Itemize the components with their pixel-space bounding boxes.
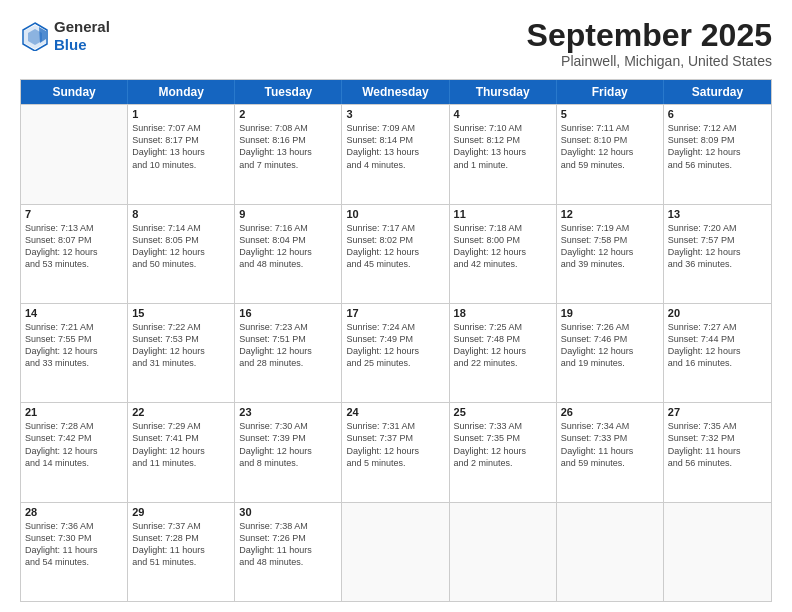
day-info: Sunrise: 7:18 AM Sunset: 8:00 PM Dayligh… <box>454 222 552 271</box>
day-number: 20 <box>668 307 767 319</box>
day-info: Sunrise: 7:13 AM Sunset: 8:07 PM Dayligh… <box>25 222 123 271</box>
day-info: Sunrise: 7:33 AM Sunset: 7:35 PM Dayligh… <box>454 420 552 469</box>
day-number: 19 <box>561 307 659 319</box>
day-info: Sunrise: 7:08 AM Sunset: 8:16 PM Dayligh… <box>239 122 337 171</box>
logo: General Blue <box>20 18 110 54</box>
calendar-body: 1Sunrise: 7:07 AM Sunset: 8:17 PM Daylig… <box>21 104 771 601</box>
day-number: 4 <box>454 108 552 120</box>
day-info: Sunrise: 7:24 AM Sunset: 7:49 PM Dayligh… <box>346 321 444 370</box>
weekday-header-saturday: Saturday <box>664 80 771 104</box>
day-number: 30 <box>239 506 337 518</box>
day-info: Sunrise: 7:26 AM Sunset: 7:46 PM Dayligh… <box>561 321 659 370</box>
day-number: 6 <box>668 108 767 120</box>
weekday-header-tuesday: Tuesday <box>235 80 342 104</box>
day-cell-29: 29Sunrise: 7:37 AM Sunset: 7:28 PM Dayli… <box>128 503 235 601</box>
day-cell-5: 5Sunrise: 7:11 AM Sunset: 8:10 PM Daylig… <box>557 105 664 203</box>
day-cell-10: 10Sunrise: 7:17 AM Sunset: 8:02 PM Dayli… <box>342 205 449 303</box>
day-number: 1 <box>132 108 230 120</box>
logo-text: General Blue <box>54 18 110 54</box>
weekday-header-wednesday: Wednesday <box>342 80 449 104</box>
day-number: 28 <box>25 506 123 518</box>
weekday-header-sunday: Sunday <box>21 80 128 104</box>
page: General Blue September 2025 Plainwell, M… <box>0 0 792 612</box>
day-cell-8: 8Sunrise: 7:14 AM Sunset: 8:05 PM Daylig… <box>128 205 235 303</box>
day-cell-9: 9Sunrise: 7:16 AM Sunset: 8:04 PM Daylig… <box>235 205 342 303</box>
day-cell-28: 28Sunrise: 7:36 AM Sunset: 7:30 PM Dayli… <box>21 503 128 601</box>
day-cell-empty <box>664 503 771 601</box>
logo-general: General <box>54 18 110 36</box>
day-cell-17: 17Sunrise: 7:24 AM Sunset: 7:49 PM Dayli… <box>342 304 449 402</box>
day-cell-23: 23Sunrise: 7:30 AM Sunset: 7:39 PM Dayli… <box>235 403 342 501</box>
day-info: Sunrise: 7:07 AM Sunset: 8:17 PM Dayligh… <box>132 122 230 171</box>
day-info: Sunrise: 7:37 AM Sunset: 7:28 PM Dayligh… <box>132 520 230 569</box>
week-row-1: 1Sunrise: 7:07 AM Sunset: 8:17 PM Daylig… <box>21 104 771 203</box>
day-cell-27: 27Sunrise: 7:35 AM Sunset: 7:32 PM Dayli… <box>664 403 771 501</box>
day-info: Sunrise: 7:09 AM Sunset: 8:14 PM Dayligh… <box>346 122 444 171</box>
day-cell-30: 30Sunrise: 7:38 AM Sunset: 7:26 PM Dayli… <box>235 503 342 601</box>
day-number: 8 <box>132 208 230 220</box>
day-number: 14 <box>25 307 123 319</box>
day-info: Sunrise: 7:30 AM Sunset: 7:39 PM Dayligh… <box>239 420 337 469</box>
day-number: 22 <box>132 406 230 418</box>
location: Plainwell, Michigan, United States <box>527 53 772 69</box>
day-number: 5 <box>561 108 659 120</box>
day-number: 27 <box>668 406 767 418</box>
day-number: 11 <box>454 208 552 220</box>
day-cell-7: 7Sunrise: 7:13 AM Sunset: 8:07 PM Daylig… <box>21 205 128 303</box>
day-info: Sunrise: 7:19 AM Sunset: 7:58 PM Dayligh… <box>561 222 659 271</box>
day-info: Sunrise: 7:31 AM Sunset: 7:37 PM Dayligh… <box>346 420 444 469</box>
week-row-4: 21Sunrise: 7:28 AM Sunset: 7:42 PM Dayli… <box>21 402 771 501</box>
day-cell-empty <box>557 503 664 601</box>
day-number: 21 <box>25 406 123 418</box>
day-cell-12: 12Sunrise: 7:19 AM Sunset: 7:58 PM Dayli… <box>557 205 664 303</box>
day-info: Sunrise: 7:28 AM Sunset: 7:42 PM Dayligh… <box>25 420 123 469</box>
day-number: 29 <box>132 506 230 518</box>
day-cell-empty <box>342 503 449 601</box>
day-cell-3: 3Sunrise: 7:09 AM Sunset: 8:14 PM Daylig… <box>342 105 449 203</box>
day-number: 3 <box>346 108 444 120</box>
weekday-header-thursday: Thursday <box>450 80 557 104</box>
header: General Blue September 2025 Plainwell, M… <box>20 18 772 69</box>
day-number: 17 <box>346 307 444 319</box>
day-number: 12 <box>561 208 659 220</box>
day-info: Sunrise: 7:35 AM Sunset: 7:32 PM Dayligh… <box>668 420 767 469</box>
day-number: 9 <box>239 208 337 220</box>
day-cell-18: 18Sunrise: 7:25 AM Sunset: 7:48 PM Dayli… <box>450 304 557 402</box>
day-cell-19: 19Sunrise: 7:26 AM Sunset: 7:46 PM Dayli… <box>557 304 664 402</box>
logo-icon <box>20 21 50 51</box>
month-title: September 2025 <box>527 18 772 53</box>
day-number: 16 <box>239 307 337 319</box>
week-row-2: 7Sunrise: 7:13 AM Sunset: 8:07 PM Daylig… <box>21 204 771 303</box>
day-cell-13: 13Sunrise: 7:20 AM Sunset: 7:57 PM Dayli… <box>664 205 771 303</box>
day-info: Sunrise: 7:38 AM Sunset: 7:26 PM Dayligh… <box>239 520 337 569</box>
day-cell-empty <box>450 503 557 601</box>
day-number: 23 <box>239 406 337 418</box>
day-info: Sunrise: 7:16 AM Sunset: 8:04 PM Dayligh… <box>239 222 337 271</box>
weekday-header-monday: Monday <box>128 80 235 104</box>
day-number: 18 <box>454 307 552 319</box>
day-info: Sunrise: 7:11 AM Sunset: 8:10 PM Dayligh… <box>561 122 659 171</box>
calendar-header: SundayMondayTuesdayWednesdayThursdayFrid… <box>21 80 771 104</box>
day-cell-empty <box>21 105 128 203</box>
day-cell-2: 2Sunrise: 7:08 AM Sunset: 8:16 PM Daylig… <box>235 105 342 203</box>
day-cell-26: 26Sunrise: 7:34 AM Sunset: 7:33 PM Dayli… <box>557 403 664 501</box>
day-number: 13 <box>668 208 767 220</box>
day-info: Sunrise: 7:23 AM Sunset: 7:51 PM Dayligh… <box>239 321 337 370</box>
week-row-5: 28Sunrise: 7:36 AM Sunset: 7:30 PM Dayli… <box>21 502 771 601</box>
day-number: 10 <box>346 208 444 220</box>
day-cell-14: 14Sunrise: 7:21 AM Sunset: 7:55 PM Dayli… <box>21 304 128 402</box>
weekday-header-friday: Friday <box>557 80 664 104</box>
day-cell-21: 21Sunrise: 7:28 AM Sunset: 7:42 PM Dayli… <box>21 403 128 501</box>
day-info: Sunrise: 7:36 AM Sunset: 7:30 PM Dayligh… <box>25 520 123 569</box>
day-info: Sunrise: 7:25 AM Sunset: 7:48 PM Dayligh… <box>454 321 552 370</box>
day-cell-1: 1Sunrise: 7:07 AM Sunset: 8:17 PM Daylig… <box>128 105 235 203</box>
day-number: 15 <box>132 307 230 319</box>
day-cell-22: 22Sunrise: 7:29 AM Sunset: 7:41 PM Dayli… <box>128 403 235 501</box>
day-number: 7 <box>25 208 123 220</box>
day-info: Sunrise: 7:29 AM Sunset: 7:41 PM Dayligh… <box>132 420 230 469</box>
day-cell-11: 11Sunrise: 7:18 AM Sunset: 8:00 PM Dayli… <box>450 205 557 303</box>
day-cell-20: 20Sunrise: 7:27 AM Sunset: 7:44 PM Dayli… <box>664 304 771 402</box>
week-row-3: 14Sunrise: 7:21 AM Sunset: 7:55 PM Dayli… <box>21 303 771 402</box>
day-cell-24: 24Sunrise: 7:31 AM Sunset: 7:37 PM Dayli… <box>342 403 449 501</box>
day-cell-25: 25Sunrise: 7:33 AM Sunset: 7:35 PM Dayli… <box>450 403 557 501</box>
